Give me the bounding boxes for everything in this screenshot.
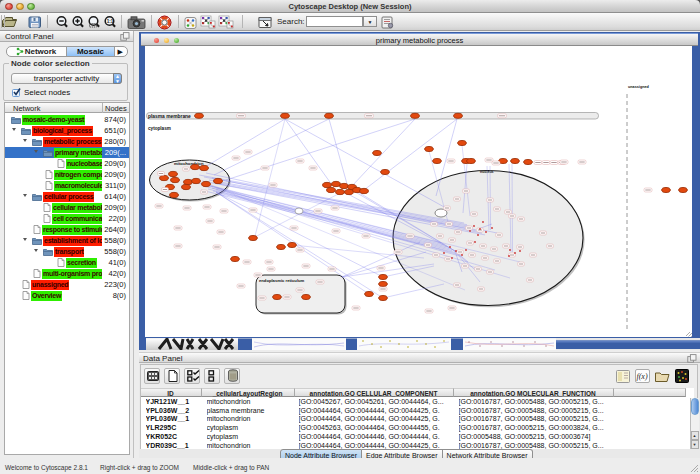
svg-text:nucleus: nucleus	[480, 170, 494, 174]
svg-text:cytoplasm: cytoplasm	[148, 126, 171, 131]
svg-text:unassigned: unassigned	[628, 85, 650, 89]
svg-text:1:1: 1:1	[107, 19, 114, 24]
svg-text:mitochondrion: mitochondrion	[174, 161, 204, 166]
svg-text:plasma membrane: plasma membrane	[148, 114, 191, 119]
svg-text:endoplasmic reticulum: endoplasmic reticulum	[259, 278, 305, 283]
